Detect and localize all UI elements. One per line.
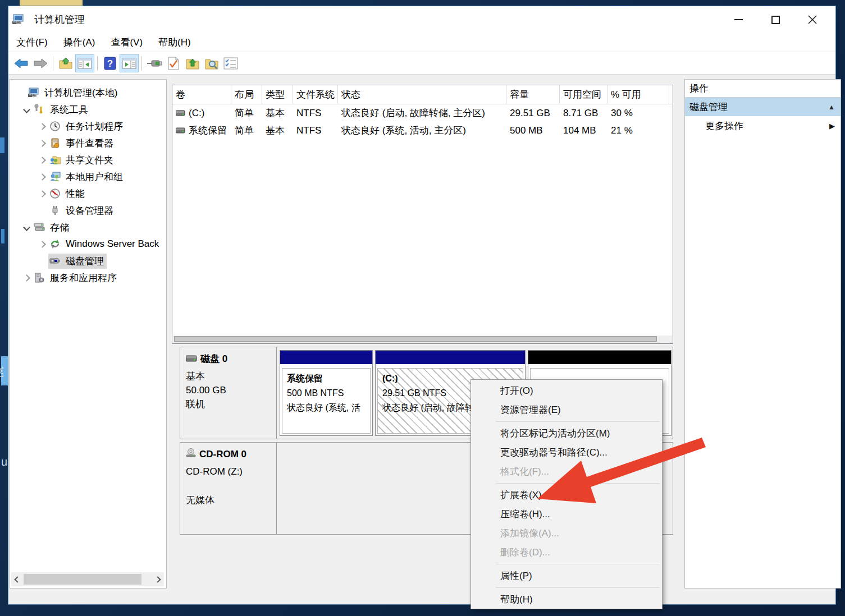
menu-item-extend-volume[interactable]: 扩展卷(X)... (471, 486, 662, 505)
actions-header: 操作 (685, 80, 841, 98)
menu-item-properties[interactable]: 属性(P) (471, 567, 662, 586)
expand-collapse-icon[interactable] (20, 107, 33, 112)
column-header-capacity[interactable]: 容量 (506, 85, 560, 104)
menu-bar: 文件(F) 操作(A) 查看(V) 帮助(H) (8, 33, 835, 52)
disk-icon (186, 352, 197, 366)
column-header-pct-free[interactable]: % 可用 (608, 85, 669, 104)
menu-separator (496, 483, 660, 484)
tree-item-storage[interactable]: 存储 (10, 219, 166, 236)
expand-collapse-icon[interactable] (36, 191, 48, 196)
tree-item-local-users-groups[interactable]: 本地用户和组 (10, 168, 166, 185)
menu-item-shrink-volume[interactable]: 压缩卷(H)... (471, 505, 662, 524)
scroll-right-icon[interactable] (152, 572, 164, 586)
collapse-icon[interactable]: ▲ (828, 103, 835, 111)
menu-help[interactable]: 帮助(H) (150, 33, 199, 52)
tree-item-windows-server-backup[interactable]: Windows Server Back (10, 236, 166, 252)
minimize-button[interactable] (720, 6, 757, 33)
expand-collapse-icon[interactable] (36, 242, 48, 247)
scrollbar-thumb[interactable] (24, 574, 141, 585)
menu-item-change-drive-letter[interactable]: 更改驱动器号和路径(C)... (471, 443, 662, 462)
scroll-left-icon[interactable] (11, 572, 24, 586)
event-viewer-icon (48, 138, 62, 148)
column-header-type[interactable]: 类型 (262, 85, 293, 104)
toolbar-separator (141, 56, 142, 71)
column-header-filesystem[interactable]: 文件系统 (293, 85, 338, 104)
up-level-button[interactable] (56, 54, 75, 72)
disk0-label[interactable]: 磁盘 0 基本 50.00 GB 联机 (180, 347, 277, 439)
action-pane-toggle-button[interactable] (120, 54, 139, 72)
background-text-fragment: u (1, 456, 7, 468)
help-button[interactable]: ? (101, 54, 120, 72)
tree-item-computer-management[interactable]: 计算机管理(本地) (10, 84, 166, 101)
menu-item-explorer[interactable]: 资源管理器(E) (471, 401, 662, 420)
folder-export-icon (186, 57, 199, 70)
actions-panel: 操作 磁盘管理 ▲ 更多操作 ▶ (684, 79, 841, 589)
tree-item-shared-folders[interactable]: 共享文件夹 (10, 151, 166, 168)
expand-collapse-icon[interactable] (36, 158, 48, 163)
folder-search-button[interactable] (202, 54, 221, 72)
menu-item-open[interactable]: 打开(O) (471, 381, 662, 401)
properties-list-button[interactable] (221, 54, 240, 72)
close-button[interactable] (794, 6, 831, 33)
titlebar: 计算机管理 (8, 6, 835, 33)
cdrom-media-status: 无媒体 (186, 493, 271, 507)
tree-item-disk-management[interactable]: 磁盘管理 (10, 252, 166, 269)
console-tree-toggle-button[interactable] (75, 54, 94, 72)
cdrom-icon (186, 447, 196, 461)
background-artifact (0, 137, 4, 153)
menu-item-mark-active[interactable]: 将分区标记为活动分区(M) (471, 424, 662, 443)
menu-item-add-mirror: 添加镜像(A)... (471, 524, 662, 543)
back-button[interactable] (12, 54, 31, 72)
menu-item-help[interactable]: 帮助(H) (471, 590, 662, 609)
volume-row-system-reserved[interactable]: 系统保留 简单 基本 NTFS 状态良好 (系统, 活动, 主分区) 500 M… (172, 122, 673, 139)
disk0-size: 50.00 GB (186, 383, 271, 397)
check-document-button[interactable] (164, 54, 183, 72)
volume-list-header: 卷 布局 类型 文件系统 状态 容量 可用空间 % 可用 (172, 85, 673, 104)
menu-view[interactable]: 查看(V) (103, 33, 150, 52)
partition-system-reserved[interactable]: 系统保留 500 MB NTFS 状态良好 (系统, 活 (280, 350, 373, 436)
expand-collapse-icon[interactable] (36, 141, 48, 146)
tree-item-system-tools[interactable]: 系统工具 (10, 101, 166, 118)
task-scheduler-icon (48, 121, 62, 131)
scrollbar-track[interactable] (24, 572, 152, 586)
app-icon (8, 14, 28, 25)
column-header-status[interactable]: 状态 (338, 85, 506, 104)
column-header-free[interactable]: 可用空间 (560, 85, 608, 104)
column-header-layout[interactable]: 布局 (231, 85, 262, 104)
volume-row-c[interactable]: (C:) 简单 基本 NTFS 状态良好 (启动, 故障转储, 主分区) 29.… (172, 104, 673, 122)
properties-list-icon (223, 57, 238, 70)
close-icon (808, 15, 817, 24)
context-menu: 打开(O) 资源管理器(E) 将分区标记为活动分区(M) 更改驱动器号和路径(C… (471, 379, 663, 609)
disk0-type: 基本 (186, 369, 271, 383)
menu-action[interactable]: 操作(A) (56, 33, 103, 52)
folder-export-button[interactable] (183, 54, 202, 72)
volume-list: 卷 布局 类型 文件系统 状态 容量 可用空间 % 可用 (C:) 简单 基本 … (172, 85, 673, 344)
menu-separator (496, 587, 660, 588)
tree-item-task-scheduler[interactable]: 任务计划程序 (10, 118, 166, 135)
submenu-arrow-icon: ▶ (829, 122, 835, 130)
column-header-volume[interactable]: 卷 (172, 85, 231, 104)
window-title: 计算机管理 (34, 13, 85, 26)
tree-horizontal-scrollbar[interactable] (11, 572, 164, 586)
expand-collapse-icon[interactable] (20, 275, 33, 281)
scrollbar-thumb[interactable] (174, 336, 657, 342)
expand-collapse-icon[interactable] (36, 174, 48, 180)
menu-item-delete-volume: 删除卷(D)... (471, 543, 662, 562)
tree-item-performance[interactable]: 性能 (10, 185, 166, 202)
actions-group-disk-management[interactable]: 磁盘管理 ▲ (685, 98, 841, 116)
more-actions-item[interactable]: 更多操作 ▶ (685, 116, 841, 135)
cdrom-label[interactable]: CD-ROM 0 CD-ROM (Z:) 无媒体 (180, 443, 277, 534)
tree-item-services-applications[interactable]: 服务和应用程序 (10, 269, 166, 286)
tree-item-device-manager[interactable]: 设备管理器 (10, 202, 166, 219)
expand-collapse-icon[interactable] (20, 225, 33, 230)
menu-file[interactable]: 文件(F) (8, 33, 56, 52)
device-button[interactable] (145, 54, 164, 72)
help-icon: ? (104, 57, 116, 70)
maximize-button[interactable] (757, 6, 794, 33)
expand-collapse-icon[interactable] (36, 124, 48, 129)
device-manager-icon (48, 205, 62, 215)
volume-list-scrollbar[interactable] (173, 335, 672, 343)
menu-separator (496, 421, 660, 422)
tree-item-event-viewer[interactable]: 事件查看器 (10, 135, 166, 151)
forward-button[interactable] (31, 54, 50, 72)
